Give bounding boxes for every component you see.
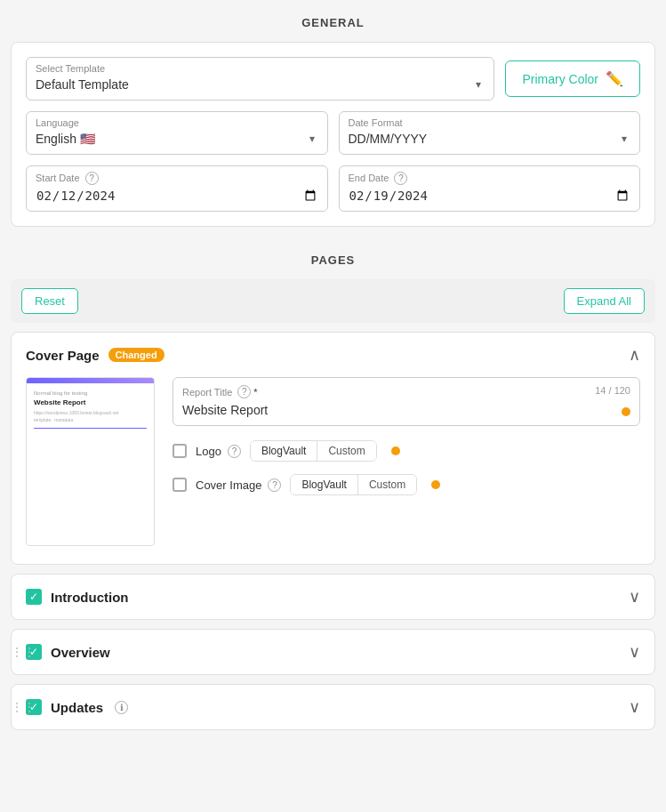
introduction-chevron-icon: ∨ — [629, 587, 640, 607]
language-select[interactable]: English 🇺🇸 — [36, 132, 318, 146]
overview-card: Overview ∨ — [11, 629, 655, 675]
template-select[interactable]: Default Template — [36, 77, 485, 92]
overview-title: Overview — [51, 645, 110, 660]
updates-card: Updates ℹ ∨ — [11, 684, 655, 730]
report-title-label: Report Title ? * 14 / 120 — [182, 385, 630, 398]
cover-page-form: Report Title ? * 14 / 120 Logo ? — [173, 377, 640, 546]
cover-image-custom-option[interactable]: Custom — [358, 475, 416, 494]
introduction-header[interactable]: Introduction ∨ — [12, 575, 654, 619]
introduction-left: Introduction — [26, 589, 128, 605]
cover-page-card: Cover Page Changed ∧ Normal blog for tes… — [11, 332, 655, 565]
end-date-input[interactable] — [349, 188, 631, 204]
language-field: Language English 🇺🇸 — [26, 111, 328, 155]
end-date-label: End Date ? — [349, 172, 631, 185]
general-section-title: GENERAL — [11, 0, 655, 42]
updates-drag-handle[interactable]: ⋮⋮ — [11, 700, 36, 714]
date-format-label: Date Format — [349, 117, 631, 128]
pencil-icon: ✏️ — [606, 70, 623, 87]
cover-image-checkbox[interactable] — [173, 478, 187, 492]
cover-image-toggle-group: BlogVault Custom — [290, 474, 417, 495]
updates-left: Updates ℹ — [26, 699, 128, 715]
logo-row: Logo ? BlogVault Custom — [173, 440, 640, 462]
logo-info-icon: ? — [228, 445, 241, 458]
logo-custom-option[interactable]: Custom — [317, 441, 375, 461]
template-label: Select Template — [36, 63, 485, 74]
cover-image-info-icon: ? — [268, 478, 281, 492]
start-date-info-icon: ? — [85, 172, 99, 185]
introduction-card: Introduction ∨ — [11, 574, 655, 620]
expand-all-button[interactable]: Expand All — [564, 288, 645, 314]
cover-image-row: Cover Image ? BlogVault Custom — [173, 474, 640, 495]
changed-badge: Changed — [108, 348, 164, 362]
updates-info-icon: ℹ — [115, 701, 128, 714]
primary-color-label: Primary Color — [522, 72, 598, 86]
start-date-input[interactable] — [36, 188, 318, 204]
thumb-url: https://wordpress-1083.bvtest.blogvault.… — [34, 410, 147, 415]
thumb-blog-label: Normal blog for testing — [34, 390, 147, 396]
cover-page-header[interactable]: Cover Page Changed ∧ — [12, 333, 654, 377]
updates-header[interactable]: Updates ℹ ∨ — [12, 685, 654, 729]
cover-image-label: Cover Image ? — [196, 478, 281, 492]
introduction-checkbox[interactable] — [26, 589, 42, 605]
start-date-field: Start Date ? — [26, 165, 328, 212]
thumb-report-title: Website Report — [34, 398, 147, 406]
overview-header[interactable]: Overview ∨ — [12, 630, 654, 674]
logo-label: Logo ? — [196, 445, 241, 458]
introduction-title: Introduction — [51, 590, 128, 605]
cover-page-preview: Normal blog for testing Website Report h… — [26, 377, 155, 546]
thumb-content: Normal blog for testing Website Report h… — [27, 383, 154, 441]
overview-drag-handle[interactable]: ⋮⋮ — [11, 645, 36, 659]
date-format-field: Date Format DD/MM/YYYY — [339, 111, 641, 155]
thumb-divider — [34, 428, 147, 429]
overview-chevron-icon: ∨ — [629, 642, 640, 662]
report-title-field: Report Title ? * 14 / 120 — [173, 377, 640, 426]
updates-chevron-icon: ∨ — [629, 697, 640, 717]
report-title-info-icon: ? — [237, 385, 251, 398]
report-title-changed-dot — [622, 407, 630, 416]
updates-title: Updates — [51, 700, 103, 715]
logo-changed-dot — [391, 446, 400, 455]
overview-left: Overview — [26, 644, 110, 660]
overview-card-wrapper: ⋮⋮ Overview ∨ — [11, 629, 655, 675]
cover-page-header-left: Cover Page Changed — [26, 348, 164, 363]
chevron-up-icon: ∧ — [629, 345, 640, 365]
template-field: Select Template Default Template — [26, 57, 494, 100]
logo-checkbox[interactable] — [173, 444, 187, 458]
general-section: Select Template Default Template Primary… — [11, 42, 655, 227]
pages-section-title: PAGES — [11, 245, 655, 279]
start-date-label: Start Date ? — [36, 172, 318, 185]
logo-toggle-group: BlogVault Custom — [250, 440, 377, 462]
char-count: 14 / 120 — [595, 385, 630, 396]
report-title-input[interactable] — [182, 403, 630, 417]
primary-color-button[interactable]: Primary Color ✏️ — [505, 60, 640, 97]
required-star: * — [253, 387, 257, 398]
cover-image-changed-dot — [431, 480, 440, 489]
cover-page-body: Normal blog for testing Website Report h… — [12, 377, 654, 564]
end-date-info-icon: ? — [394, 172, 407, 185]
updates-card-wrapper: ⋮⋮ Updates ℹ ∨ — [11, 684, 655, 730]
pages-toolbar: Reset Expand All — [11, 279, 655, 323]
reset-button[interactable]: Reset — [21, 288, 78, 314]
cover-page-title: Cover Page — [26, 348, 100, 363]
thumb-tagline: template · metadata — [34, 417, 147, 422]
date-format-select[interactable]: DD/MM/YYYY — [349, 132, 631, 146]
language-label: Language — [36, 117, 318, 128]
logo-blogvault-option[interactable]: BlogVault — [251, 441, 317, 461]
end-date-field: End Date ? — [339, 165, 641, 212]
cover-image-blogvault-option[interactable]: BlogVault — [291, 475, 357, 494]
